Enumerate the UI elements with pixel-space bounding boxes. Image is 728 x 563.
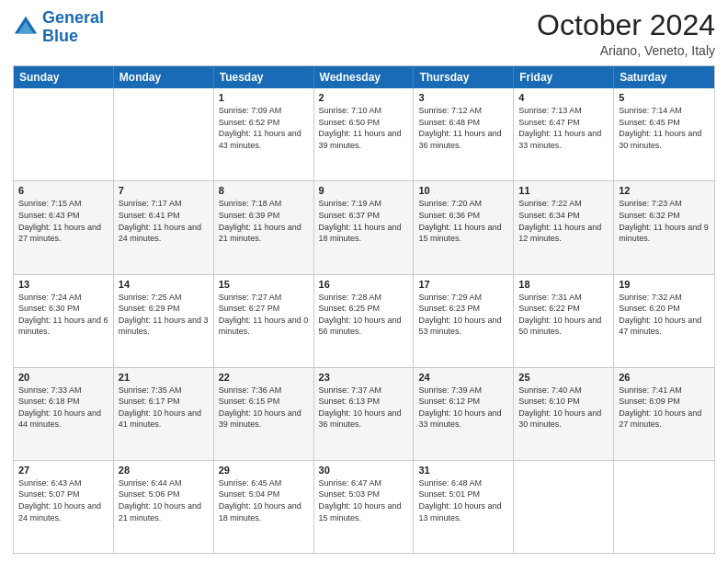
day-number: 21 bbox=[119, 372, 209, 383]
day-number: 7 bbox=[119, 185, 209, 196]
cell-content: Sunrise: 7:28 AM Sunset: 6:25 PM Dayligh… bbox=[319, 292, 409, 338]
cell-content: Sunrise: 7:13 AM Sunset: 6:47 PM Dayligh… bbox=[518, 105, 609, 151]
header-tuesday: Tuesday bbox=[214, 66, 314, 88]
calendar-header: Sunday Monday Tuesday Wednesday Thursday… bbox=[14, 66, 714, 88]
table-row: 7Sunrise: 7:17 AM Sunset: 6:41 PM Daylig… bbox=[114, 181, 214, 273]
cell-content: Sunrise: 7:25 AM Sunset: 6:29 PM Dayligh… bbox=[119, 292, 209, 338]
table-row: 30Sunrise: 6:47 AM Sunset: 5:03 PM Dayli… bbox=[314, 461, 415, 553]
cell-content: Sunrise: 7:31 AM Sunset: 6:22 PM Dayligh… bbox=[518, 292, 609, 338]
cell-content: Sunrise: 7:39 AM Sunset: 6:12 PM Dayligh… bbox=[418, 385, 508, 431]
cell-content: Sunrise: 7:36 AM Sunset: 6:15 PM Dayligh… bbox=[219, 385, 309, 431]
calendar-row: 1Sunrise: 7:09 AM Sunset: 6:52 PM Daylig… bbox=[14, 88, 714, 180]
cell-content: Sunrise: 7:17 AM Sunset: 6:41 PM Dayligh… bbox=[119, 198, 209, 244]
day-number: 29 bbox=[219, 465, 309, 476]
day-number: 28 bbox=[119, 465, 209, 476]
header-friday: Friday bbox=[514, 66, 614, 88]
day-number: 20 bbox=[18, 372, 108, 383]
cell-content: Sunrise: 7:10 AM Sunset: 6:50 PM Dayligh… bbox=[319, 105, 409, 151]
table-row: 21Sunrise: 7:35 AM Sunset: 6:17 PM Dayli… bbox=[114, 368, 214, 460]
table-row: 18Sunrise: 7:31 AM Sunset: 6:22 PM Dayli… bbox=[514, 275, 614, 367]
day-number: 12 bbox=[619, 185, 710, 196]
cell-content: Sunrise: 6:44 AM Sunset: 5:06 PM Dayligh… bbox=[119, 477, 209, 523]
calendar-body: 1Sunrise: 7:09 AM Sunset: 6:52 PM Daylig… bbox=[14, 88, 714, 553]
table-row: 29Sunrise: 6:45 AM Sunset: 5:04 PM Dayli… bbox=[214, 461, 314, 553]
table-row bbox=[114, 88, 214, 180]
table-row: 24Sunrise: 7:39 AM Sunset: 6:12 PM Dayli… bbox=[414, 368, 514, 460]
day-number: 15 bbox=[219, 279, 309, 290]
logo-blue: Blue bbox=[42, 27, 78, 45]
table-row: 16Sunrise: 7:28 AM Sunset: 6:25 PM Dayli… bbox=[314, 275, 415, 367]
cell-content: Sunrise: 7:29 AM Sunset: 6:23 PM Dayligh… bbox=[418, 292, 508, 338]
table-row: 9Sunrise: 7:19 AM Sunset: 6:37 PM Daylig… bbox=[314, 181, 415, 273]
title-block: October 2024 Ariano, Veneto, Italy bbox=[537, 9, 715, 58]
day-number: 27 bbox=[18, 465, 108, 476]
table-row: 13Sunrise: 7:24 AM Sunset: 6:30 PM Dayli… bbox=[14, 275, 114, 367]
calendar-row: 6Sunrise: 7:15 AM Sunset: 6:43 PM Daylig… bbox=[14, 180, 714, 273]
day-number: 26 bbox=[619, 372, 710, 383]
cell-content: Sunrise: 6:45 AM Sunset: 5:04 PM Dayligh… bbox=[219, 477, 309, 523]
calendar-row: 27Sunrise: 6:43 AM Sunset: 5:07 PM Dayli… bbox=[14, 460, 714, 553]
day-number: 2 bbox=[319, 92, 409, 103]
calendar-row: 20Sunrise: 7:33 AM Sunset: 6:18 PM Dayli… bbox=[14, 367, 714, 460]
cell-content: Sunrise: 7:18 AM Sunset: 6:39 PM Dayligh… bbox=[219, 198, 309, 244]
day-number: 30 bbox=[319, 465, 409, 476]
logo-general: General bbox=[42, 8, 104, 27]
cell-content: Sunrise: 7:41 AM Sunset: 6:09 PM Dayligh… bbox=[619, 385, 710, 431]
cell-content: Sunrise: 7:27 AM Sunset: 6:27 PM Dayligh… bbox=[219, 292, 309, 338]
calendar-row: 13Sunrise: 7:24 AM Sunset: 6:30 PM Dayli… bbox=[14, 274, 714, 367]
header: General Blue October 2024 Ariano, Veneto… bbox=[13, 9, 715, 58]
day-number: 14 bbox=[119, 279, 209, 290]
day-number: 24 bbox=[418, 372, 508, 383]
cell-content: Sunrise: 7:37 AM Sunset: 6:13 PM Dayligh… bbox=[319, 385, 409, 431]
cell-content: Sunrise: 7:35 AM Sunset: 6:17 PM Dayligh… bbox=[119, 385, 209, 431]
table-row: 14Sunrise: 7:25 AM Sunset: 6:29 PM Dayli… bbox=[114, 275, 214, 367]
table-row bbox=[614, 461, 714, 553]
cell-content: Sunrise: 6:43 AM Sunset: 5:07 PM Dayligh… bbox=[18, 477, 108, 523]
header-wednesday: Wednesday bbox=[314, 66, 415, 88]
cell-content: Sunrise: 7:09 AM Sunset: 6:52 PM Dayligh… bbox=[219, 105, 309, 151]
cell-content: Sunrise: 7:33 AM Sunset: 6:18 PM Dayligh… bbox=[18, 385, 108, 431]
cell-content: Sunrise: 7:23 AM Sunset: 6:32 PM Dayligh… bbox=[619, 198, 710, 244]
header-saturday: Saturday bbox=[614, 66, 714, 88]
table-row: 17Sunrise: 7:29 AM Sunset: 6:23 PM Dayli… bbox=[414, 275, 514, 367]
cell-content: Sunrise: 7:14 AM Sunset: 6:45 PM Dayligh… bbox=[619, 105, 710, 151]
day-number: 16 bbox=[319, 279, 409, 290]
day-number: 3 bbox=[418, 92, 508, 103]
table-row: 19Sunrise: 7:32 AM Sunset: 6:20 PM Dayli… bbox=[614, 275, 714, 367]
table-row: 31Sunrise: 6:48 AM Sunset: 5:01 PM Dayli… bbox=[414, 461, 514, 553]
table-row: 11Sunrise: 7:22 AM Sunset: 6:34 PM Dayli… bbox=[514, 181, 614, 273]
table-row: 6Sunrise: 7:15 AM Sunset: 6:43 PM Daylig… bbox=[14, 181, 114, 273]
table-row: 10Sunrise: 7:20 AM Sunset: 6:36 PM Dayli… bbox=[414, 181, 514, 273]
cell-content: Sunrise: 7:12 AM Sunset: 6:48 PM Dayligh… bbox=[418, 105, 508, 151]
table-row: 3Sunrise: 7:12 AM Sunset: 6:48 PM Daylig… bbox=[414, 88, 514, 180]
cell-content: Sunrise: 7:19 AM Sunset: 6:37 PM Dayligh… bbox=[319, 198, 409, 244]
table-row: 28Sunrise: 6:44 AM Sunset: 5:06 PM Dayli… bbox=[114, 461, 214, 553]
table-row: 25Sunrise: 7:40 AM Sunset: 6:10 PM Dayli… bbox=[514, 368, 614, 460]
table-row: 12Sunrise: 7:23 AM Sunset: 6:32 PM Dayli… bbox=[614, 181, 714, 273]
day-number: 22 bbox=[219, 372, 309, 383]
table-row: 1Sunrise: 7:09 AM Sunset: 6:52 PM Daylig… bbox=[214, 88, 314, 180]
calendar: Sunday Monday Tuesday Wednesday Thursday… bbox=[13, 65, 715, 554]
day-number: 5 bbox=[619, 92, 710, 103]
day-number: 9 bbox=[319, 185, 409, 196]
cell-content: Sunrise: 7:40 AM Sunset: 6:10 PM Dayligh… bbox=[518, 385, 609, 431]
month-title: October 2024 bbox=[537, 9, 715, 41]
cell-content: Sunrise: 7:24 AM Sunset: 6:30 PM Dayligh… bbox=[18, 292, 108, 338]
cell-content: Sunrise: 7:22 AM Sunset: 6:34 PM Dayligh… bbox=[518, 198, 609, 244]
table-row: 27Sunrise: 6:43 AM Sunset: 5:07 PM Dayli… bbox=[14, 461, 114, 553]
cell-content: Sunrise: 7:32 AM Sunset: 6:20 PM Dayligh… bbox=[619, 292, 710, 338]
day-number: 19 bbox=[619, 279, 710, 290]
day-number: 1 bbox=[219, 92, 309, 103]
header-sunday: Sunday bbox=[14, 66, 114, 88]
cell-content: Sunrise: 6:48 AM Sunset: 5:01 PM Dayligh… bbox=[418, 477, 508, 523]
table-row: 22Sunrise: 7:36 AM Sunset: 6:15 PM Dayli… bbox=[214, 368, 314, 460]
logo-icon bbox=[13, 15, 39, 40]
cell-content: Sunrise: 6:47 AM Sunset: 5:03 PM Dayligh… bbox=[319, 477, 409, 523]
cell-content: Sunrise: 7:15 AM Sunset: 6:43 PM Dayligh… bbox=[18, 198, 108, 244]
day-number: 23 bbox=[319, 372, 409, 383]
table-row bbox=[14, 88, 114, 180]
table-row: 2Sunrise: 7:10 AM Sunset: 6:50 PM Daylig… bbox=[314, 88, 415, 180]
day-number: 13 bbox=[18, 279, 108, 290]
day-number: 6 bbox=[18, 185, 108, 196]
table-row: 26Sunrise: 7:41 AM Sunset: 6:09 PM Dayli… bbox=[614, 368, 714, 460]
